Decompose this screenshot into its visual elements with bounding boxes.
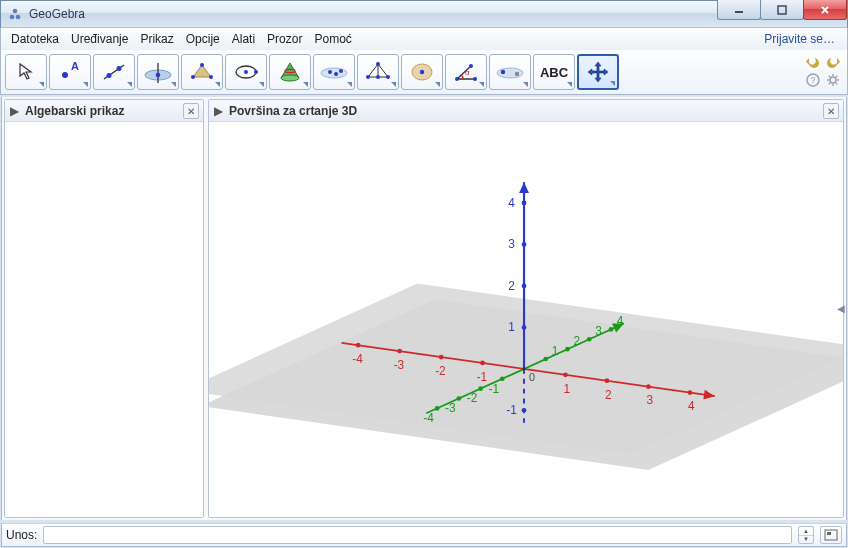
svg-point-96 — [522, 242, 527, 247]
svg-text:2: 2 — [573, 334, 580, 348]
close-button[interactable] — [803, 0, 847, 20]
signin-link[interactable]: Prijavite se… — [764, 32, 843, 46]
svg-point-68 — [646, 384, 651, 389]
svg-point-64 — [563, 372, 568, 377]
move-view-tool[interactable] — [577, 54, 619, 90]
app-icon — [7, 6, 23, 22]
svg-text:3: 3 — [646, 393, 653, 407]
svg-point-40 — [515, 72, 519, 76]
svg-rect-106 — [827, 532, 831, 535]
angle-tool[interactable]: α — [445, 54, 487, 90]
svg-point-18 — [244, 70, 248, 74]
window-titlebar: GeoGebra — [0, 0, 848, 28]
perpendicular-tool[interactable] — [137, 54, 179, 90]
svg-line-50 — [836, 76, 837, 77]
svg-point-28 — [376, 62, 380, 66]
svg-point-15 — [209, 75, 213, 79]
algebra-panel-close[interactable]: ✕ — [183, 103, 199, 119]
menu-prozor[interactable]: Prozor — [261, 30, 308, 48]
svg-point-92 — [522, 325, 527, 330]
svg-point-31 — [376, 75, 380, 79]
svg-point-19 — [254, 70, 258, 74]
svg-point-102 — [522, 408, 527, 413]
collapse-icon[interactable]: ▶ — [213, 106, 223, 116]
svg-text:2: 2 — [605, 388, 612, 402]
collapse-icon[interactable]: ▶ — [9, 106, 19, 116]
side-expand-icon[interactable]: ◀ — [836, 295, 846, 323]
help-icon[interactable]: ? — [805, 72, 821, 88]
undo-icon[interactable] — [805, 54, 821, 70]
maximize-button[interactable] — [760, 0, 804, 20]
plane-tool[interactable] — [357, 54, 399, 90]
menu-alati[interactable]: Alati — [226, 30, 261, 48]
svg-text:-1: -1 — [488, 382, 499, 396]
svg-point-16 — [191, 75, 195, 79]
svg-point-66 — [605, 378, 610, 383]
polygon-tool[interactable] — [181, 54, 223, 90]
svg-text:3: 3 — [508, 237, 515, 251]
svg-marker-91 — [519, 182, 529, 193]
svg-text:A: A — [71, 61, 79, 72]
svg-point-25 — [339, 69, 343, 73]
minimize-button[interactable] — [717, 0, 761, 20]
menu-prikaz[interactable]: Prikaz — [134, 30, 179, 48]
view3d-panel: ▶ Površina za crtanje 3D ✕ -4-3-2-11234-… — [208, 99, 844, 518]
algebra-panel-title: Algebarski prikaz — [25, 104, 124, 118]
input-field[interactable] — [43, 526, 792, 544]
menu-uredivanje[interactable]: Uređivanje — [65, 30, 134, 48]
svg-text:-2: -2 — [467, 391, 478, 405]
svg-text:-4: -4 — [423, 411, 434, 425]
svg-text:1: 1 — [564, 382, 571, 396]
svg-point-70 — [688, 390, 693, 395]
toolbar: A α ABC ? — [0, 50, 848, 95]
svg-text:α: α — [465, 68, 470, 77]
reflect-tool[interactable] — [489, 54, 531, 90]
svg-point-84 — [565, 347, 570, 352]
svg-point-1 — [16, 15, 21, 20]
view3d-panel-header[interactable]: ▶ Površina za crtanje 3D ✕ — [209, 100, 843, 122]
point-tool[interactable]: A — [49, 54, 91, 90]
svg-text:4: 4 — [508, 196, 515, 210]
svg-text:?: ? — [811, 75, 816, 85]
svg-point-12 — [156, 73, 161, 78]
pyramid-tool[interactable] — [401, 54, 443, 90]
svg-text:-4: -4 — [352, 352, 363, 366]
svg-point-29 — [386, 75, 390, 79]
svg-line-48 — [829, 76, 830, 77]
input-bar: Unos: ▲▼ — [1, 523, 847, 547]
svg-line-49 — [836, 83, 837, 84]
svg-point-60 — [439, 355, 444, 360]
text-tool-label: ABC — [540, 65, 568, 80]
svg-point-78 — [478, 386, 483, 391]
svg-point-8 — [107, 73, 112, 78]
view3d-canvas[interactable]: -4-3-2-11234-4-3-2-1123412340-1 — [209, 122, 843, 517]
algebra-panel-header[interactable]: ▶ Algebarski prikaz ✕ — [5, 100, 203, 122]
view3d-panel-close[interactable]: ✕ — [823, 103, 839, 119]
svg-point-9 — [117, 66, 122, 71]
svg-point-56 — [356, 343, 361, 348]
svg-point-24 — [334, 72, 338, 76]
input-history-spinner[interactable]: ▲▼ — [798, 526, 814, 544]
svg-text:4: 4 — [617, 314, 624, 328]
text-tool[interactable]: ABC — [533, 54, 575, 90]
move-tool[interactable] — [5, 54, 47, 90]
algebra-panel: ▶ Algebarski prikaz ✕ — [4, 99, 204, 518]
svg-point-35 — [473, 77, 477, 81]
menu-opcije[interactable]: Opcije — [180, 30, 226, 48]
svg-point-22 — [321, 68, 347, 78]
sphere-tool[interactable] — [313, 54, 355, 90]
redo-icon[interactable] — [825, 54, 841, 70]
svg-point-5 — [62, 72, 68, 78]
svg-point-0 — [10, 15, 15, 20]
circle-tool[interactable] — [225, 54, 267, 90]
line-tool[interactable] — [93, 54, 135, 90]
input-expand-button[interactable] — [820, 526, 842, 544]
input-label: Unos: — [6, 528, 37, 542]
settings-icon[interactable] — [825, 72, 841, 88]
menu-pomoc[interactable]: Pomoć — [308, 30, 357, 48]
svg-rect-3 — [735, 11, 743, 13]
menu-datoteka[interactable]: Datoteka — [5, 30, 65, 48]
svg-point-58 — [397, 349, 402, 354]
svg-point-20 — [281, 75, 299, 81]
intersect-surfaces-tool[interactable] — [269, 54, 311, 90]
